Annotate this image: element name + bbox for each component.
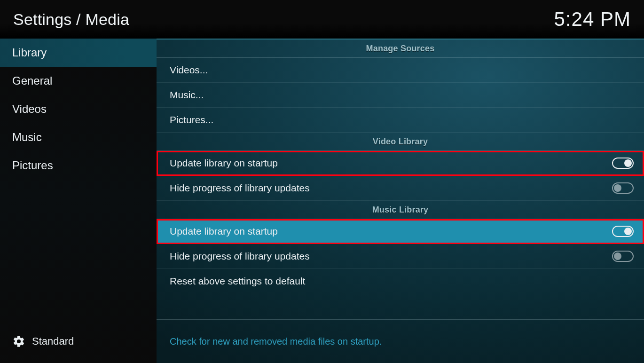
row-label: Videos... <box>170 64 634 76</box>
sidebar: Library General Videos Music Pictures St… <box>0 39 157 363</box>
row-label: Hide progress of library updates <box>170 182 612 194</box>
toggle-video-update-on-startup[interactable] <box>612 158 634 169</box>
breadcrumb: Settings / Media <box>13 10 129 29</box>
settings-level-label: Standard <box>32 335 74 347</box>
toggle-video-hide-progress[interactable] <box>612 182 634 194</box>
sidebar-item-label: Pictures <box>12 159 53 172</box>
sidebar-item-general[interactable]: General <box>0 67 157 95</box>
music-hide-progress[interactable]: Hide progress of library updates <box>157 244 644 269</box>
toggle-music-update-on-startup[interactable] <box>612 226 634 237</box>
reset-settings[interactable]: Reset above settings to default <box>157 269 644 293</box>
clock: 5:24 PM <box>554 8 631 31</box>
manage-sources-videos[interactable]: Videos... <box>157 58 644 83</box>
row-label: Update library on startup <box>170 158 612 169</box>
sidebar-item-pictures[interactable]: Pictures <box>0 151 157 180</box>
sidebar-item-library[interactable]: Library <box>0 39 157 67</box>
manage-sources-pictures[interactable]: Pictures... <box>157 108 644 133</box>
sidebar-item-label: Music <box>12 131 42 144</box>
row-label: Hide progress of library updates <box>170 251 612 262</box>
content-footer: Check for new and removed media files on… <box>157 319 644 363</box>
video-hide-progress[interactable]: Hide progress of library updates <box>157 176 644 201</box>
sidebar-item-label: Library <box>12 46 47 59</box>
sidebar-item-videos[interactable]: Videos <box>0 95 157 123</box>
gear-icon <box>12 335 25 348</box>
sidebar-item-label: Videos <box>12 103 47 116</box>
sidebar-nav: Library General Videos Music Pictures <box>0 39 157 320</box>
section-header-manage-sources: Manage Sources <box>157 39 644 58</box>
help-text: Check for new and removed media files on… <box>170 336 382 347</box>
music-update-on-startup[interactable]: Update library on startup <box>157 219 644 244</box>
section-header-video-library: Video Library <box>157 133 644 151</box>
content-panel: Manage Sources Videos... Music... Pictur… <box>157 39 644 363</box>
toggle-music-hide-progress[interactable] <box>612 251 634 262</box>
settings-level[interactable]: Standard <box>0 320 157 363</box>
header-bar: Settings / Media 5:24 PM <box>0 0 644 39</box>
sidebar-item-music[interactable]: Music <box>0 123 157 151</box>
row-label: Pictures... <box>170 114 634 126</box>
video-update-on-startup[interactable]: Update library on startup <box>157 151 644 176</box>
row-label: Music... <box>170 89 634 101</box>
row-label: Reset above settings to default <box>170 276 634 287</box>
sidebar-item-label: General <box>12 74 52 87</box>
manage-sources-music[interactable]: Music... <box>157 83 644 108</box>
row-label: Update library on startup <box>170 226 612 237</box>
section-header-music-library: Music Library <box>157 201 644 219</box>
